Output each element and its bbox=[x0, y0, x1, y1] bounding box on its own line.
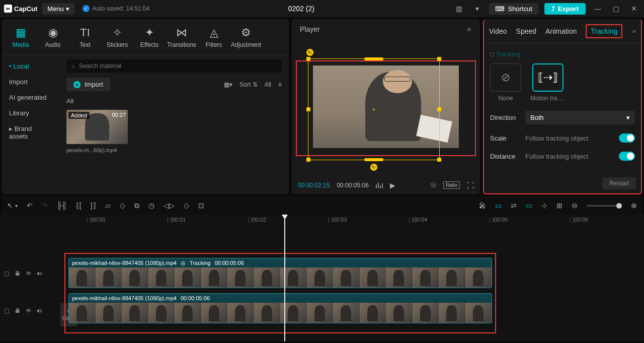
resize-handle[interactable] bbox=[437, 57, 441, 61]
sidebar-item-library[interactable]: Library bbox=[2, 105, 59, 121]
play-button[interactable]: ▶ bbox=[390, 181, 395, 189]
rotate-handle-icon[interactable]: ↻ bbox=[306, 49, 313, 56]
rotate-handle-icon[interactable]: ↻ bbox=[370, 164, 377, 171]
split-left-icon[interactable]: ⟦[ bbox=[76, 201, 82, 210]
import-button[interactable]: + Import bbox=[66, 78, 110, 91]
sidebar-item-ai-generated[interactable]: AI generated bbox=[2, 90, 59, 105]
selection-tool-icon[interactable]: ↖ bbox=[7, 201, 13, 210]
player-menu-icon[interactable]: ≡ bbox=[467, 26, 472, 33]
track-expand-icon[interactable]: ▢ bbox=[4, 270, 10, 277]
tab-media[interactable]: ▦Media bbox=[6, 22, 35, 52]
selection-chevron-icon[interactable]: ▾ bbox=[15, 203, 18, 209]
menu-button[interactable]: Menu ▾ bbox=[42, 3, 74, 15]
timeline-clip-2[interactable]: pexels-mikhail-nilov-8847405 (1080p).mp4… bbox=[68, 293, 492, 323]
preview-icon[interactable]: ▭ bbox=[526, 201, 532, 210]
edge-handle[interactable] bbox=[364, 57, 383, 60]
close-icon[interactable]: ✕ bbox=[628, 5, 640, 13]
import-label: Import bbox=[85, 81, 103, 88]
shortcut-button[interactable]: ⌨ Shortcut bbox=[489, 3, 538, 15]
tab-stickers[interactable]: ✧Stickers bbox=[103, 22, 132, 52]
crop-icon[interactable]: ⊡ bbox=[198, 201, 204, 210]
timeline-ruler[interactable]: |00:00 |00:01 |00:02 |00:03 |00:04 |00:0… bbox=[64, 217, 640, 229]
cc-icon[interactable]: ⊞ bbox=[556, 201, 562, 210]
scale-toggle[interactable] bbox=[619, 133, 635, 143]
maximize-icon[interactable]: ▢ bbox=[610, 5, 622, 13]
copy-icon[interactable]: ⧉ bbox=[134, 201, 139, 210]
track-expand-icon[interactable]: ▢ bbox=[4, 307, 10, 314]
tracking-box[interactable]: ↻ + ↻ bbox=[308, 58, 440, 160]
rtab-video[interactable]: Video bbox=[489, 24, 507, 38]
tab-effects[interactable]: ✦Effects bbox=[135, 22, 164, 52]
sort-button[interactable]: Sort ⇅ bbox=[239, 81, 257, 88]
rtab-animation[interactable]: Animation bbox=[545, 24, 577, 38]
track-lock-icon[interactable]: 🔒︎ bbox=[15, 270, 21, 277]
tracking-motion-button[interactable]: ⟦⇢⟧ bbox=[532, 63, 564, 92]
clip1-duration: 00:00:05:06 bbox=[215, 260, 244, 266]
tab-stickers-label: Stickers bbox=[107, 41, 128, 48]
resize-handle[interactable] bbox=[306, 158, 310, 162]
mirror-icon[interactable]: ◁▷ bbox=[164, 201, 175, 210]
minimize-icon[interactable]: — bbox=[592, 5, 604, 13]
mic-icon[interactable]: 🎤︎ bbox=[479, 201, 486, 210]
link-icon[interactable]: ⇄ bbox=[511, 201, 517, 210]
split-icon[interactable]: ╟╢ bbox=[57, 201, 67, 210]
player-viewport[interactable]: ↻ + ↻ bbox=[296, 60, 476, 156]
tab-text[interactable]: TIText bbox=[70, 22, 100, 52]
resize-handle[interactable] bbox=[437, 158, 441, 162]
track-mute-icon[interactable]: 🔊︎ bbox=[37, 307, 43, 314]
timeline-clip-1[interactable]: pexels-mikhail-nilov-8847405 (1080p).mp4… bbox=[68, 258, 492, 288]
snap-icon[interactable]: ⊹ bbox=[541, 201, 547, 210]
magnet-on-icon[interactable]: ▭ bbox=[495, 201, 502, 210]
resize-handle[interactable] bbox=[306, 57, 310, 61]
tab-adjustment[interactable]: ⚙Adjustment bbox=[231, 22, 261, 52]
chevron-down-icon[interactable]: ▾ bbox=[471, 5, 483, 13]
rotate-icon[interactable]: ◇ bbox=[184, 201, 189, 210]
resize-handle[interactable] bbox=[306, 107, 310, 111]
playhead[interactable] bbox=[284, 216, 285, 341]
zoom-in-icon[interactable]: ⊕ bbox=[631, 201, 637, 210]
keyboard-icon: ⌨ bbox=[495, 5, 505, 13]
delete-icon[interactable]: ▱ bbox=[105, 201, 111, 210]
fullscreen-icon[interactable]: ⛶ bbox=[467, 181, 474, 189]
sidebar-item-import[interactable]: Import bbox=[2, 74, 59, 90]
edge-handle[interactable] bbox=[364, 158, 383, 161]
grid-view-icon[interactable]: ▦▾ bbox=[224, 81, 232, 88]
layout-icon[interactable]: ▥ bbox=[453, 5, 465, 13]
filter-icon[interactable]: ≡ bbox=[278, 81, 282, 88]
all-filter-button[interactable]: All bbox=[265, 81, 271, 88]
sidebar-item-brand-assets[interactable]: ▸ Brand assets bbox=[2, 121, 59, 144]
tab-transitions[interactable]: ⋈Transitions bbox=[167, 22, 196, 52]
export-button[interactable]: ⤴ Export bbox=[544, 3, 586, 15]
distance-toggle[interactable] bbox=[619, 152, 635, 161]
track-mute-icon[interactable]: 🔊︎ bbox=[37, 270, 43, 277]
resize-handle[interactable] bbox=[437, 107, 441, 111]
ruler-tick: |00:04 bbox=[409, 217, 427, 223]
search-input[interactable]: ⌕ Search material bbox=[66, 59, 282, 73]
rtab-speed[interactable]: Speed bbox=[516, 24, 536, 38]
undo-button[interactable]: ↶ bbox=[27, 201, 33, 210]
tracking-none-button[interactable]: ⊘ bbox=[490, 63, 521, 92]
snapshot-icon[interactable]: ⦾ bbox=[431, 181, 436, 189]
restart-button[interactable]: Restart bbox=[602, 177, 636, 189]
adjustment-icon: ⚙ bbox=[241, 26, 251, 39]
filters-icon: ◬ bbox=[210, 26, 218, 39]
time-total: 00:00:05:06 bbox=[337, 182, 368, 189]
split-right-icon[interactable]: ]⟧ bbox=[91, 201, 96, 210]
zoom-out-icon[interactable]: ⊖ bbox=[572, 201, 578, 210]
marker-icon[interactable]: ◇ bbox=[120, 201, 125, 210]
tab-filters[interactable]: ◬Filters bbox=[199, 22, 228, 52]
ratio-button[interactable]: Ratio bbox=[443, 181, 460, 189]
redo-button[interactable]: ↷ bbox=[42, 201, 48, 210]
sidebar-item-local[interactable]: •Local bbox=[2, 58, 59, 74]
distance-label: Distance bbox=[490, 153, 520, 160]
tab-audio[interactable]: ◉Audio bbox=[38, 22, 67, 52]
track-lock-icon[interactable]: 🔒︎ bbox=[15, 307, 21, 314]
track-eye-icon[interactable]: 👁︎ bbox=[26, 270, 32, 277]
rtab-tracking[interactable]: Tracking bbox=[586, 24, 622, 38]
speed-icon[interactable]: ◷ bbox=[148, 201, 154, 210]
direction-select[interactable]: Both ▾ bbox=[525, 111, 635, 124]
zoom-slider[interactable] bbox=[587, 205, 622, 207]
media-thumbnail[interactable]: Added 00:27 pexels-m...80p).mp4 bbox=[66, 110, 128, 153]
tabs-overflow-icon[interactable]: » bbox=[632, 27, 636, 35]
track-eye-icon[interactable]: 👁︎ bbox=[26, 307, 32, 314]
